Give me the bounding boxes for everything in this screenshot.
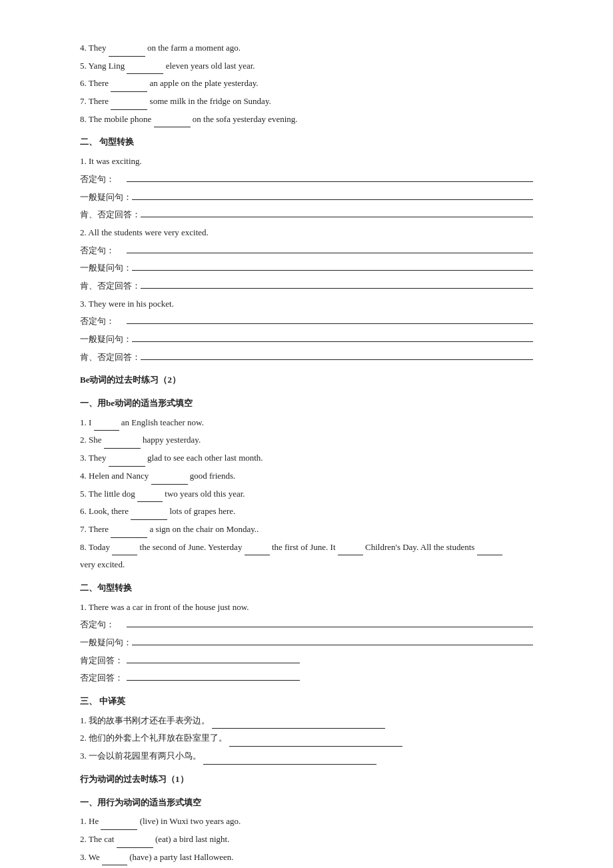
s2-item-8-blank4[interactable] (477, 546, 502, 555)
s2-item-6-blank[interactable] (131, 511, 167, 520)
item-8-blank[interactable] (154, 118, 191, 127)
s2-t1-deny-blank[interactable] (127, 671, 300, 681)
transform3-q-blank[interactable] (132, 333, 533, 342)
transform1-negative: 否定句： (80, 171, 533, 188)
s2-item-3-blank[interactable] (109, 457, 145, 467)
transform3-title: 3. They were in his pocket. (80, 296, 533, 313)
item-7-num: 7. (80, 96, 89, 106)
s4-item-3: 3. We (have) a party last Halloween. (80, 849, 533, 866)
section4: 行为动词的过去时练习（1） 一、用行为动词的适当形式填空 1. He (live… (80, 771, 533, 865)
s2-item-4-rest: good friends. (190, 471, 236, 481)
item-4-rest: on the farm a moment ago. (147, 43, 241, 53)
s2-item-4-blank[interactable] (151, 475, 188, 485)
translate-2-num: 2. 他们的外套上个礼拜放在卧室里了。 (80, 733, 227, 743)
section-b-title: 二、 句型转换 (80, 134, 533, 151)
transform3-answer: 肯、否定回答： (80, 349, 533, 366)
s2-t1-neg-blank[interactable] (127, 618, 533, 627)
s2-very-excited: very excited. (80, 557, 533, 573)
s4-item-1-rest: (live) in Wuxi two years ago. (140, 816, 241, 826)
transform2-neg-blank[interactable] (127, 244, 533, 253)
s2-t1-pos: 肯定回答： (80, 653, 533, 669)
s2-t1-q-label: 一般疑问句： (80, 635, 132, 651)
translate-3-blank[interactable] (203, 755, 376, 765)
s2-item-8-num: 8. Today (80, 542, 112, 552)
translate-3: 3. 一会以前花园里有两只小鸟。 (80, 748, 533, 765)
item-5-num: 5. (80, 61, 89, 71)
s2-item-2-blank[interactable] (104, 439, 141, 449)
item-4-num: 4. (80, 43, 89, 53)
s2-item-7-blank[interactable] (111, 529, 147, 538)
transform3-q-label: 一般疑问句： (80, 331, 132, 348)
s2-item-5: 5. The little dog two years old this yea… (80, 486, 533, 503)
transform1-neg-blank[interactable] (127, 173, 533, 182)
item-4-text: They (89, 43, 109, 53)
s2-item-1-num: 1. I (80, 417, 94, 427)
s4-item-3-rest: (have) a party last Halloween. (129, 852, 233, 862)
s4-item-1: 1. He (live) in Wuxi two years ago. (80, 813, 533, 830)
s4-item-1-blank[interactable] (101, 821, 137, 830)
s2-item-8-blank2[interactable] (245, 546, 270, 555)
s2-item-6-num: 6. Look, there (80, 506, 131, 516)
transform2-title: 2. All the students were very excited. (80, 225, 533, 241)
item-5-text: Yang Ling (89, 61, 127, 71)
transform3-neg-label: 否定句： (80, 313, 127, 330)
s2-item-1-blank[interactable] (94, 421, 119, 431)
translate-3-num: 3. 一会以前花园里有两只小鸟。 (80, 751, 201, 761)
s2-item-2-rest: happy yesterday. (143, 435, 201, 445)
s2-t1-pos-label: 肯定回答： (80, 653, 127, 669)
section-a: 4. They on the farm a moment ago. 5. Yan… (80, 40, 533, 127)
s2-item-7-num: 7. There (80, 524, 111, 534)
translate-1: 1. 我的故事书刚才还在手表旁边。 (80, 713, 533, 729)
transform2-neg-label: 否定句： (80, 243, 127, 259)
item-6: 6. There an apple on the plate yesterday… (80, 75, 533, 92)
s4-item-2-blank[interactable] (117, 839, 153, 848)
transform3-question: 一般疑问句： (80, 331, 533, 348)
item-5-blank[interactable] (127, 65, 163, 74)
section2-sub2-title: 二、句型转换 (80, 580, 533, 597)
transform3-a-blank[interactable] (141, 351, 533, 360)
section4-title: 行为动词的过去时练习（1） (80, 771, 533, 788)
transform3-neg-blank[interactable] (127, 315, 533, 324)
item-4-blank[interactable] (109, 47, 145, 57)
s4-item-3-blank[interactable] (102, 856, 127, 865)
transform1-q-blank[interactable] (132, 191, 533, 200)
item-7-blank[interactable] (111, 101, 147, 110)
s2-t1-deny-label: 否定回答： (80, 670, 127, 687)
section-b: 二、 句型转换 1. It was exciting. 否定句： 一般疑问句： … (80, 134, 533, 365)
item-6-rest: an apple on the plate yesterday. (150, 78, 259, 88)
s2-t1-q-blank[interactable] (132, 636, 533, 645)
transform2-q-blank[interactable] (132, 261, 533, 271)
item-6-blank[interactable] (111, 83, 147, 92)
s2-item-8-blank3[interactable] (338, 546, 363, 555)
item-8-rest: on the sofa yesterday evening. (193, 114, 298, 124)
transform1-a-blank[interactable] (141, 208, 533, 217)
s2-item-3: 3. They glad to see each other last mont… (80, 450, 533, 467)
s2-t1-pos-blank[interactable] (127, 654, 300, 663)
s2-item-7-rest: a sign on the chair on Monday.. (150, 524, 259, 534)
section2-title: Be动词的过去时练习（2） (80, 372, 533, 389)
item-7: 7. There some milk in the fridge on Sund… (80, 93, 533, 110)
item-5: 5. Yang Ling eleven years old last year. (80, 58, 533, 75)
section3: 三、 中译英 1. 我的故事书刚才还在手表旁边。 2. 他们的外套上个礼拜放在卧… (80, 693, 533, 765)
item-6-num: 6. (80, 78, 89, 88)
s2-item-7: 7. There a sign on the chair on Monday.. (80, 521, 533, 538)
s2-item-6: 6. Look, there lots of grapes here. (80, 503, 533, 520)
s2-item-8: 8. Today the second of June. Yesterday t… (80, 539, 533, 556)
translate-2: 2. 他们的外套上个礼拜放在卧室里了。 (80, 730, 533, 747)
translate-1-blank[interactable] (212, 719, 385, 729)
translate-2-blank[interactable] (229, 737, 402, 747)
section2-sub1: 一、用be动词的适当形式填空 (80, 395, 533, 412)
s2-item-4: 4. Helen and Nancy good friends. (80, 468, 533, 485)
item-8-num: 8. (80, 114, 89, 124)
transform2-a-blank[interactable] (141, 279, 533, 289)
s2-item-8-blank1[interactable] (112, 546, 137, 555)
item-4: 4. They on the farm a moment ago. (80, 40, 533, 57)
s2-t1-neg: 否定句： (80, 617, 533, 633)
s2-item-8-t1: the second of June. Yesterday (140, 542, 245, 552)
transform2-q-label: 一般疑问句： (80, 260, 132, 277)
s2-item-8-t3: Children's Day. All the students (365, 542, 477, 552)
transform1-q-label: 一般疑问句： (80, 189, 132, 206)
s2-item-5-blank[interactable] (137, 493, 163, 502)
s2-item-2-num: 2. She (80, 435, 104, 445)
item-6-text: There (89, 78, 111, 88)
